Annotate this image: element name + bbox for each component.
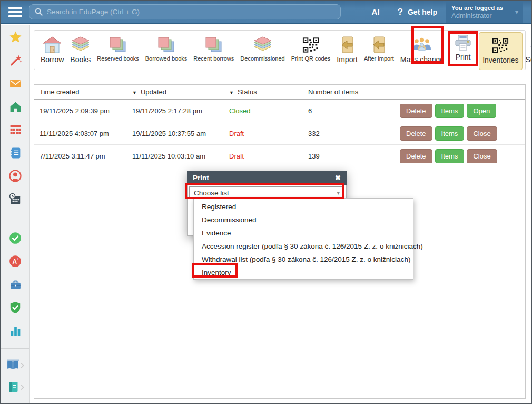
open-button[interactable]: Open	[467, 104, 496, 118]
status-badge: Draft	[224, 152, 303, 160]
toolbar-item-inventories[interactable]: Inventories	[479, 32, 522, 70]
delete-button[interactable]: Delete	[400, 149, 432, 163]
printer-icon	[454, 34, 472, 52]
toolbar-label: Books	[70, 55, 91, 64]
items-count-cell: 6	[303, 107, 400, 115]
column-header-updated[interactable]: ▼Updated	[127, 88, 224, 96]
sort-descending-icon: ▼	[132, 90, 137, 95]
close-button[interactable]: Close	[467, 126, 497, 141]
items-button[interactable]: Items	[435, 126, 465, 141]
option-accession-register[interactable]: Accession register (podľa § 30 zákona č.…	[194, 240, 413, 253]
ai-button[interactable]: AI	[372, 7, 380, 16]
toolbar-item-borrow[interactable]: Borrow	[37, 33, 67, 66]
shield-check-icon[interactable]	[8, 301, 22, 314]
wand-icon[interactable]	[8, 53, 22, 67]
option-registered[interactable]: Registered	[194, 200, 413, 213]
toolbar-label: After import	[364, 55, 394, 62]
grades-icon[interactable]: A+	[8, 254, 22, 268]
notebook-icon[interactable]	[8, 146, 22, 160]
toolbar-label: Reserved books	[97, 55, 139, 62]
qr-icon	[302, 35, 319, 55]
toolbar-item-print[interactable]: Print	[451, 34, 475, 62]
help-icon: ?	[398, 7, 403, 17]
items-button[interactable]: Items	[435, 149, 465, 163]
row-actions: Delete Items Close	[400, 126, 525, 141]
toolbar-item-mass-change[interactable]: Mass change	[397, 33, 447, 66]
hamburger-menu-icon[interactable]	[1, 7, 27, 17]
option-withdrawal-list[interactable]: Withdrawal list (podľa § 30 zákona č. 12…	[194, 253, 413, 266]
time-created-cell: 11/11/2025 4:03:07 pm	[34, 130, 127, 137]
updated-cell: 19/11/2025 10:37:55 am	[127, 130, 224, 137]
delete-button[interactable]: Delete	[400, 104, 432, 118]
column-header-number-of-items[interactable]: Number of items	[303, 88, 400, 96]
toolbar-item-decommissioned[interactable]: Decommissioned	[237, 33, 288, 64]
delete-button[interactable]: Delete	[400, 126, 432, 141]
option-decommissioned[interactable]: Decommissioned	[194, 213, 413, 226]
updated-cell: 11/11/2025 10:03:10 am	[127, 152, 224, 160]
toolbar-label: Import	[337, 55, 358, 64]
toolbar-item-borrowed-books[interactable]: Borrowed books	[142, 33, 191, 64]
sidebar-divider	[1, 348, 29, 349]
status-badge: Closed	[224, 107, 303, 115]
left-sidebar: A+	[1, 25, 30, 403]
svg-text:+: +	[17, 257, 19, 262]
sort-descending-icon: ▼	[229, 90, 234, 95]
annotation-print-toolbar: Print	[448, 31, 478, 66]
calendar-clock-icon[interactable]	[8, 192, 22, 206]
toolbar-item-books[interactable]: Books	[67, 33, 94, 66]
search-input[interactable]	[47, 8, 335, 16]
import-icon	[370, 35, 388, 55]
toolbar-item-print-qr-codes[interactable]: Print QR codes	[288, 33, 334, 64]
layers-icon	[253, 35, 273, 55]
close-icon[interactable]: ✖	[335, 174, 341, 182]
toolbar-label: Inventories	[482, 56, 518, 64]
check-circle-icon[interactable]	[8, 231, 22, 245]
user-menu[interactable]: You are logged as Administrator ▾	[446, 1, 523, 23]
get-help-button[interactable]: Get help	[408, 8, 437, 16]
documents-icon[interactable]	[7, 381, 24, 393]
items-count-cell: 139	[303, 152, 400, 160]
mail-icon[interactable]	[8, 76, 22, 90]
close-button[interactable]: Close	[467, 149, 497, 163]
bar-chart-icon[interactable]	[8, 324, 22, 338]
global-search[interactable]	[29, 4, 341, 19]
print-dialog-header: Print ✖	[187, 171, 347, 185]
home-icon[interactable]	[8, 100, 22, 113]
choose-list-select[interactable]: Choose list ▾	[189, 186, 344, 199]
stacked-cards-icon	[157, 35, 176, 55]
timetable-icon[interactable]	[8, 123, 22, 136]
chevron-down-icon: ▾	[515, 8, 518, 16]
toolbar-label: Decommissioned	[240, 55, 284, 62]
library-icon[interactable]	[6, 359, 24, 371]
row-actions: Delete Items Open	[400, 104, 525, 118]
gears-icon	[529, 35, 532, 55]
toolbar-label: Settings	[526, 55, 532, 64]
toolbar-item-import[interactable]: Import	[333, 33, 361, 66]
toolbar-item-after-import[interactable]: After import	[361, 33, 397, 64]
toolbar-item-reserved-books[interactable]: Reserved books	[94, 33, 142, 64]
chevron-down-icon: ▾	[337, 190, 340, 196]
house-icon	[43, 35, 62, 55]
chevron-right-icon	[20, 384, 24, 390]
table-row: 7/11/2025 3:11:47 pm 11/11/2025 10:03:10…	[34, 145, 525, 167]
toolbar-label: Print	[456, 53, 471, 61]
star-icon[interactable]	[8, 30, 22, 44]
toolbar-label: Print QR codes	[291, 55, 331, 62]
toolbar-label: Mass change	[400, 55, 444, 64]
toolbar-label: Borrow	[41, 55, 64, 64]
top-header: AI ? Get help You are logged as Administ…	[1, 1, 531, 24]
toolbar-item-settings[interactable]: Settings	[523, 33, 532, 66]
library-toolbar: Borrow Books Reserved books Borrowed boo…	[34, 30, 526, 70]
toolbar-label: Recent borrows	[193, 55, 234, 62]
table-header-row: Time created ▼Updated ▼Status Number of …	[34, 85, 525, 100]
column-header-time-created[interactable]: Time created	[34, 88, 127, 96]
briefcase-icon[interactable]	[8, 278, 22, 291]
option-evidence[interactable]: Evidence	[194, 226, 413, 240]
dialog-title: Print	[193, 174, 209, 182]
column-header-status[interactable]: ▼Status	[224, 88, 303, 96]
select-value: Choose list	[194, 189, 229, 197]
items-button[interactable]: Items	[435, 104, 465, 118]
option-inventory[interactable]: Inventory	[194, 266, 413, 279]
toolbar-item-recent-borrows[interactable]: Recent borrows	[190, 33, 237, 64]
profile-icon[interactable]	[8, 169, 22, 183]
